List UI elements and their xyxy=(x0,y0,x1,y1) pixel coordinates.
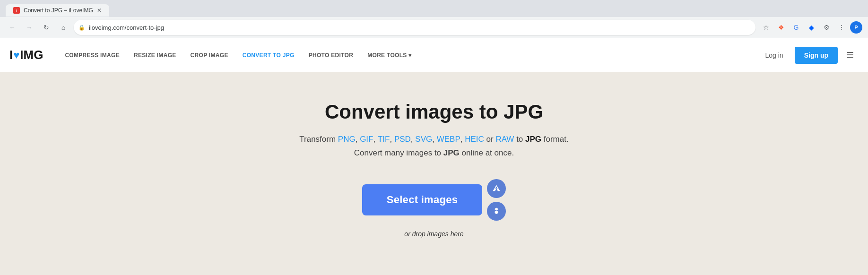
format-psd: PSD xyxy=(394,135,411,144)
nav-more-tools[interactable]: MORE TOOLS ▾ xyxy=(361,48,418,62)
hamburger-button[interactable]: ☰ xyxy=(842,47,859,64)
nav-resize-image[interactable]: RESIZE IMAGE xyxy=(127,48,183,62)
upload-icons xyxy=(487,179,506,221)
profile-avatar[interactable]: P xyxy=(850,21,862,34)
upload-row: Select images xyxy=(362,179,506,221)
address-bar-wrapper: 🔒 xyxy=(74,20,755,35)
drop-text-before: or drop images xyxy=(404,230,450,238)
nav-convert-to-jpg[interactable]: CONVERT TO JPG xyxy=(236,48,301,62)
site-nav: COMPRESS IMAGE RESIZE IMAGE CROP IMAGE C… xyxy=(58,48,757,62)
bookmark-icon[interactable]: ☆ xyxy=(759,21,773,34)
subtitle-before: Transform xyxy=(299,135,338,144)
subtitle-line2-before: Convert many images to xyxy=(354,148,443,157)
brave-icon[interactable]: ❖ xyxy=(774,21,788,34)
logo-heart: ♥ xyxy=(13,49,19,61)
subtitle-line2-bold: JPG xyxy=(443,148,460,157)
format-png: PNG xyxy=(338,135,356,144)
upload-area: Select images or drop images here xyxy=(362,179,506,238)
select-images-button[interactable]: Select images xyxy=(362,184,483,215)
format-raw: RAW xyxy=(495,135,514,144)
google-drive-upload-button[interactable] xyxy=(487,179,506,198)
browser-toolbar: ← → ↻ ⌂ 🔒 ☆ ❖ G ◆ ⚙ ⋮ P xyxy=(0,17,868,38)
dropbox-upload-button[interactable] xyxy=(487,202,506,221)
dropbox-icon[interactable]: ◆ xyxy=(805,21,818,34)
forward-button[interactable]: → xyxy=(23,21,36,34)
site-header: I ♥ IMG COMPRESS IMAGE RESIZE IMAGE CROP… xyxy=(0,38,868,72)
website: I ♥ IMG COMPRESS IMAGE RESIZE IMAGE CROP… xyxy=(0,38,868,275)
translate-icon[interactable]: G xyxy=(790,21,803,34)
tab-title: Convert to JPG – iLoveIMG xyxy=(24,7,93,14)
tab-favicon: i xyxy=(13,7,20,14)
format-tif: TIF xyxy=(378,135,390,144)
home-button[interactable]: ⌂ xyxy=(57,21,70,34)
nav-photo-editor[interactable]: PHOTO EDITOR xyxy=(302,48,360,62)
tab-close-icon[interactable]: ✕ xyxy=(97,7,102,14)
browser-tab[interactable]: i Convert to JPG – iLoveIMG ✕ xyxy=(6,4,109,17)
format-webp: WEBP xyxy=(437,135,460,144)
subtitle-line2-after: online at once. xyxy=(460,148,514,157)
format-gif: GIF xyxy=(360,135,373,144)
site-logo[interactable]: I ♥ IMG xyxy=(9,48,43,62)
format-svg: SVG xyxy=(415,135,432,144)
browser-tab-bar: i Convert to JPG – iLoveIMG ✕ xyxy=(0,0,868,17)
browser-chrome: i Convert to JPG – iLoveIMG ✕ ← → ↻ ⌂ 🔒 … xyxy=(0,0,868,38)
drop-text: or drop images here xyxy=(404,230,463,238)
logo-img: IMG xyxy=(20,48,43,62)
login-button[interactable]: Log in xyxy=(758,48,791,63)
nav-compress-image[interactable]: COMPRESS IMAGE xyxy=(58,48,126,62)
signup-button[interactable]: Sign up xyxy=(795,47,838,64)
address-bar[interactable] xyxy=(74,20,755,35)
browser-right-icons: ☆ ❖ G ◆ ⚙ ⋮ P xyxy=(759,21,862,34)
more-icon[interactable]: ⋮ xyxy=(835,21,848,34)
nav-crop-image[interactable]: CROP IMAGE xyxy=(184,48,235,62)
reload-button[interactable]: ↻ xyxy=(40,21,53,34)
lock-icon: 🔒 xyxy=(78,25,85,31)
page-title: Convert images to JPG xyxy=(325,101,543,123)
logo-i: I xyxy=(9,48,13,62)
header-right: Log in Sign up ☰ xyxy=(758,47,859,64)
drop-text-link: here xyxy=(451,230,464,238)
format-jpg-end: JPG xyxy=(525,135,541,144)
back-button[interactable]: ← xyxy=(6,21,19,34)
page-subtitle: Transform PNG, GIF, TIF, PSD, SVG, WEBP,… xyxy=(299,133,568,160)
main-content: Convert images to JPG Transform PNG, GIF… xyxy=(0,72,868,275)
format-heic: HEIC xyxy=(465,135,484,144)
extensions-icon[interactable]: ⚙ xyxy=(820,21,833,34)
